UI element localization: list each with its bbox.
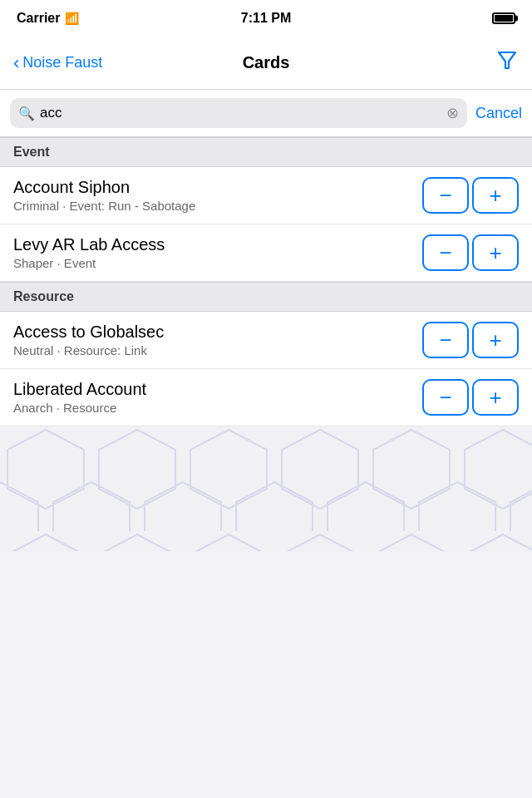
card-subtitle: Criminal · Event: Run - Sabotage [13,199,422,213]
increment-button[interactable]: + [472,322,519,358]
increment-button[interactable]: + [472,379,519,416]
clear-button[interactable]: ⊗ [446,104,459,122]
card-info: Liberated Account Anarch · Resource [13,380,422,415]
nav-bar: ‹ Noise Faust Cards [0,37,532,90]
page-title: Cards [243,53,290,72]
back-button[interactable]: ‹ Noise Faust [13,54,102,72]
search-bar: 🔍 ⊗ Cancel [0,90,532,137]
status-bar-left: Carrier 📶 [17,11,79,26]
decrement-button[interactable]: − [422,379,469,416]
hex-background [0,426,532,554]
search-input[interactable] [40,105,441,121]
status-bar-right [492,12,515,24]
card-subtitle: Anarch · Resource [13,401,422,415]
svg-marker-0 [499,52,515,68]
card-controls: − + [422,379,519,416]
wifi-icon: 📶 [65,12,79,25]
card-name: Access to Globalsec [13,323,422,342]
card-controls: − + [422,177,519,214]
filter-button[interactable] [495,48,519,77]
card-controls: − + [422,234,519,271]
svg-rect-4 [0,426,532,551]
decrement-button[interactable]: − [422,177,469,214]
card-name: Account Siphon [13,178,422,197]
back-label: Noise Faust [22,54,102,71]
event-card-list: Account Siphon Criminal · Event: Run - S… [0,167,532,282]
card-controls: − + [422,322,519,358]
resource-card-list: Access to Globalsec Neutral · Resource: … [0,312,532,426]
cancel-button[interactable]: Cancel [475,105,522,122]
status-bar-time: 7:11 PM [241,11,291,26]
card-info: Access to Globalsec Neutral · Resource: … [13,323,422,357]
increment-button[interactable]: + [472,177,519,214]
increment-button[interactable]: + [472,234,519,271]
decrement-button[interactable]: − [422,234,469,271]
card-info: Account Siphon Criminal · Event: Run - S… [13,178,422,213]
search-input-wrapper: 🔍 ⊗ [10,98,467,128]
card-info: Levy AR Lab Access Shaper · Event [13,235,422,270]
list-item: Levy AR Lab Access Shaper · Event − + [0,224,532,282]
card-subtitle: Shaper · Event [13,256,422,270]
carrier-label: Carrier [17,11,60,26]
card-subtitle: Neutral · Resource: Link [13,343,422,357]
list-item: Liberated Account Anarch · Resource − + [0,369,532,426]
funnel-icon [495,48,519,71]
search-icon: 🔍 [18,106,35,121]
section-header-resource: Resource [0,282,532,312]
section-header-event: Event [0,137,532,167]
decrement-button[interactable]: − [422,322,469,358]
battery-icon [492,12,515,24]
list-item: Access to Globalsec Neutral · Resource: … [0,312,532,369]
list-item: Account Siphon Criminal · Event: Run - S… [0,167,532,224]
hex-pattern-svg [0,426,532,551]
card-name: Levy AR Lab Access [13,235,422,254]
status-bar: Carrier 📶 7:11 PM [0,0,532,37]
back-arrow-icon: ‹ [13,54,19,72]
card-name: Liberated Account [13,380,422,399]
